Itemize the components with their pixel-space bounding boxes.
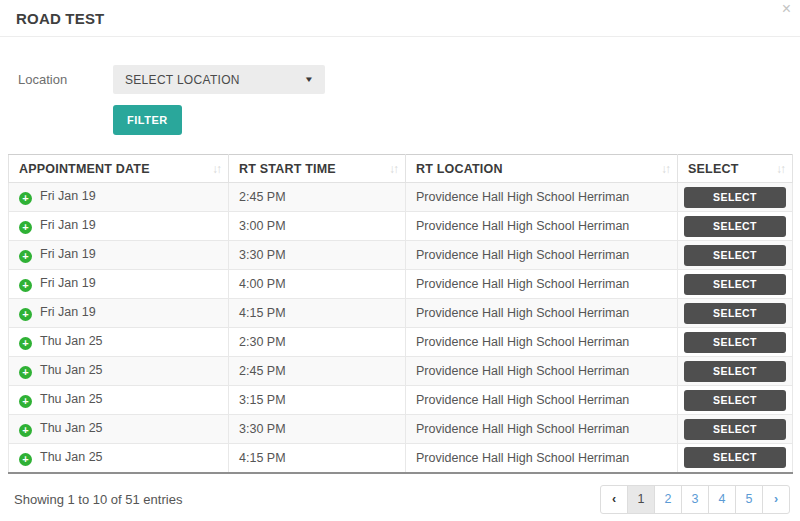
appointment-date-cell: +Thu Jan 25 [9,386,229,415]
pagination-page-2[interactable]: 2 [654,485,682,514]
table-row: +Fri Jan 192:45 PMProvidence Hall High S… [9,183,793,212]
select-cell: SELECT [678,328,793,357]
rt-location-cell: Providence Hall High School Herriman [406,212,678,241]
rt-start-time-cell: 2:30 PM [229,328,406,357]
plus-icon[interactable]: + [19,192,32,205]
select-cell: SELECT [678,212,793,241]
sort-icon: ↓↑ [212,162,220,176]
plus-icon[interactable]: + [19,337,32,350]
column-header-rt-start-time[interactable]: ↓↑ RT START TIME [229,155,406,183]
close-icon[interactable]: × [782,1,791,17]
pagination-prev-icon[interactable]: ‹ [600,485,628,514]
pagination-page-1[interactable]: 1 [627,485,655,514]
select-cell: SELECT [678,386,793,415]
rt-start-time-cell: 4:15 PM [229,444,406,473]
appointment-date-cell: +Fri Jan 19 [9,299,229,328]
table-row: +Fri Jan 193:30 PMProvidence Hall High S… [9,241,793,270]
column-header-label: APPOINTMENT DATE [19,162,150,176]
rt-start-time-cell: 3:15 PM [229,386,406,415]
select-button[interactable]: SELECT [684,274,786,295]
column-header-appointment-date[interactable]: ↓↑ APPOINTMENT DATE [9,155,229,183]
select-cell: SELECT [678,357,793,386]
chevron-down-icon: ▼ [304,75,315,84]
sort-icon: ↓↑ [661,162,669,176]
appointment-date: Thu Jan 25 [40,450,103,464]
plus-icon[interactable]: + [19,250,32,263]
appointment-date-cell: +Fri Jan 19 [9,183,229,212]
table-row: +Thu Jan 252:45 PMProvidence Hall High S… [9,357,793,386]
pagination-page-5[interactable]: 5 [735,485,763,514]
appointment-date: Fri Jan 19 [40,247,96,261]
select-cell: SELECT [678,270,793,299]
appointment-date-cell: +Thu Jan 25 [9,415,229,444]
select-button[interactable]: SELECT [684,390,786,411]
appointment-date: Fri Jan 19 [40,189,96,203]
table-row: +Thu Jan 253:30 PMProvidence Hall High S… [9,415,793,444]
rt-start-time-cell: 3:30 PM [229,415,406,444]
column-header-label: SELECT [688,162,739,176]
rt-start-time-cell: 4:15 PM [229,299,406,328]
appointment-date-cell: +Thu Jan 25 [9,357,229,386]
appointment-date: Fri Jan 19 [40,276,96,290]
plus-icon[interactable]: + [19,395,32,408]
rt-location-cell: Providence Hall High School Herriman [406,299,678,328]
table-body: +Fri Jan 192:45 PMProvidence Hall High S… [9,183,793,473]
select-button[interactable]: SELECT [684,187,786,208]
table-footer: Showing 1 to 10 of 51 entries ‹12345› [14,485,790,514]
pagination-page-4[interactable]: 4 [708,485,736,514]
sort-icon: ↓↑ [389,162,397,176]
appointment-date: Fri Jan 19 [40,305,96,319]
filter-section: Location SELECT LOCATION ▼ FILTER [18,65,800,135]
pagination: ‹12345› [600,485,790,514]
select-button[interactable]: SELECT [684,447,786,468]
page-title: ROAD TEST [16,10,104,27]
plus-icon[interactable]: + [19,424,32,437]
pagination-next-icon[interactable]: › [762,485,790,514]
appointment-date-cell: +Thu Jan 25 [9,444,229,473]
column-header-rt-location[interactable]: ↓↑ RT LOCATION [406,155,678,183]
select-button[interactable]: SELECT [684,216,786,237]
appointments-table: ↓↑ APPOINTMENT DATE ↓↑ RT START TIME ↓↑ … [8,154,793,474]
pagination-page-3[interactable]: 3 [681,485,709,514]
rt-location-cell: Providence Hall High School Herriman [406,183,678,212]
plus-icon[interactable]: + [19,366,32,379]
select-cell: SELECT [678,415,793,444]
rt-start-time-cell: 2:45 PM [229,357,406,386]
location-label: Location [18,72,113,87]
modal-header: ROAD TEST × [0,0,800,37]
table-row: +Fri Jan 194:00 PMProvidence Hall High S… [9,270,793,299]
table-row: +Thu Jan 253:15 PMProvidence Hall High S… [9,386,793,415]
rt-location-cell: Providence Hall High School Herriman [406,444,678,473]
appointment-date-cell: +Fri Jan 19 [9,212,229,241]
table-row: +Fri Jan 194:15 PMProvidence Hall High S… [9,299,793,328]
select-button[interactable]: SELECT [684,245,786,266]
select-button[interactable]: SELECT [684,332,786,353]
rt-start-time-cell: 3:30 PM [229,241,406,270]
column-header-label: RT LOCATION [416,162,503,176]
select-button[interactable]: SELECT [684,303,786,324]
select-cell: SELECT [678,299,793,328]
appointment-date-cell: +Fri Jan 19 [9,241,229,270]
filter-button[interactable]: FILTER [113,105,182,135]
select-button[interactable]: SELECT [684,361,786,382]
rt-location-cell: Providence Hall High School Herriman [406,357,678,386]
select-cell: SELECT [678,241,793,270]
plus-icon[interactable]: + [19,279,32,292]
table-row: +Thu Jan 252:30 PMProvidence Hall High S… [9,328,793,357]
column-header-select[interactable]: ↓↑ SELECT [678,155,793,183]
plus-icon[interactable]: + [19,453,32,466]
location-dropdown[interactable]: SELECT LOCATION ▼ [113,65,325,94]
plus-icon[interactable]: + [19,308,32,321]
column-header-label: RT START TIME [239,162,336,176]
select-button[interactable]: SELECT [684,419,786,440]
appointment-date-cell: +Thu Jan 25 [9,328,229,357]
select-cell: SELECT [678,183,793,212]
rt-start-time-cell: 3:00 PM [229,212,406,241]
select-cell: SELECT [678,444,793,473]
rt-start-time-cell: 4:00 PM [229,270,406,299]
appointment-date: Thu Jan 25 [40,421,103,435]
rt-location-cell: Providence Hall High School Herriman [406,270,678,299]
appointment-date: Thu Jan 25 [40,334,103,348]
appointment-date-cell: +Fri Jan 19 [9,270,229,299]
plus-icon[interactable]: + [19,221,32,234]
